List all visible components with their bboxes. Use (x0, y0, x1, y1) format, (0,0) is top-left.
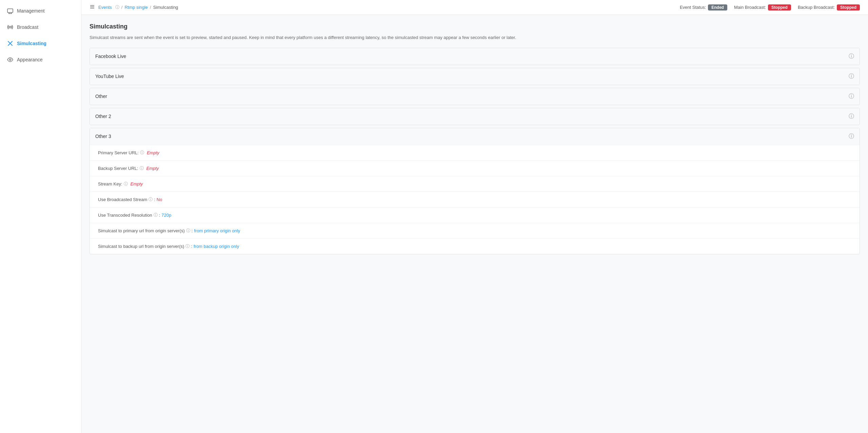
panel-other2: Other 2 ⓘ (90, 108, 860, 125)
panel-other-header[interactable]: Other ⓘ (90, 88, 860, 105)
sidebar-item-management[interactable]: Management (0, 3, 81, 19)
main-broadcast-badge: Stopped (768, 4, 791, 11)
sidebar-item-simulcasting[interactable]: Simulcasting (0, 35, 81, 52)
row-primary-server-url: Primary Server URL: ⓘ Empty (90, 145, 860, 160)
svg-rect-0 (7, 9, 13, 13)
transcoded-resolution-info-icon[interactable]: ⓘ (154, 212, 158, 218)
backup-server-url-label: Backup Server URL: (98, 166, 138, 171)
simulcast-primary-info-icon[interactable]: ⓘ (186, 228, 190, 234)
content-area: Simulcasting Simulcast streams are sent … (81, 15, 868, 265)
use-broadcasted-info-icon[interactable]: ⓘ (149, 197, 153, 202)
primary-server-url-label: Primary Server URL: (98, 150, 139, 155)
sidebar-item-simulcasting-label: Simulcasting (17, 41, 46, 46)
panel-other3-body: Primary Server URL: ⓘ Empty Backup Serve… (90, 145, 860, 254)
use-broadcasted-value: No (157, 197, 162, 202)
stream-key-value: Empty (131, 181, 143, 186)
panel-other3-title: Other 3 (95, 134, 111, 139)
main-content: Events ⓘ / Rtmp single / Simulcasting Ev… (81, 0, 868, 433)
simulcast-primary-value: from primary origin only (194, 228, 240, 233)
simulcast-backup-info-icon[interactable]: ⓘ (185, 243, 190, 249)
use-broadcasted-label: Use Broadcasted Stream (98, 197, 147, 202)
event-status-badge: Ended (708, 4, 727, 11)
row-transcoded-resolution: Use Transcoded Resolution ⓘ : 720p (90, 207, 860, 223)
simulcast-backup-label: Simulcast to backup url from origin serv… (98, 244, 184, 249)
simulcast-primary-colon: : (192, 228, 193, 233)
panel-youtube-info-icon[interactable]: ⓘ (849, 73, 854, 80)
main-broadcast-group: Main Broadcast: Stopped (734, 4, 791, 11)
transcoded-resolution-label: Use Transcoded Resolution (98, 213, 152, 218)
panel-other3-info-icon[interactable]: ⓘ (849, 133, 854, 140)
stream-key-label: Stream Key: (98, 181, 122, 186)
row-use-broadcasted: Use Broadcasted Stream ⓘ : No (90, 192, 860, 207)
breadcrumb-sep1: / (121, 5, 123, 10)
breadcrumb-sep2: / (150, 5, 151, 10)
breadcrumb-rtmp[interactable]: Rtmp single (124, 5, 148, 10)
panel-other2-info-icon[interactable]: ⓘ (849, 113, 854, 120)
panel-facebook-title: Facebook Live (95, 54, 126, 59)
backup-broadcast-label: Backup Broadcast: (798, 5, 835, 10)
breadcrumb: Events ⓘ / Rtmp single / Simulcasting (90, 4, 178, 11)
panel-facebook: Facebook Live ⓘ (90, 48, 860, 65)
panel-other2-title: Other 2 (95, 114, 111, 119)
panel-youtube-header[interactable]: YouTube Live ⓘ (90, 68, 860, 85)
backup-broadcast-badge: Stopped (837, 4, 860, 11)
event-status-label: Event Status: (680, 5, 706, 10)
breadcrumb-events[interactable]: Events (98, 5, 112, 10)
row-backup-server-url: Backup Server URL: ⓘ Empty (90, 160, 860, 176)
panel-other-title: Other (95, 94, 107, 99)
panel-other: Other ⓘ (90, 88, 860, 105)
panel-other2-header[interactable]: Other 2 ⓘ (90, 108, 860, 125)
sidebar-item-broadcast[interactable]: Broadcast (0, 19, 81, 35)
main-broadcast-label: Main Broadcast: (734, 5, 766, 10)
simulcast-backup-colon: : (191, 244, 192, 249)
page-title: Simulcasting (90, 23, 860, 30)
sidebar: Management Broadcast Simulcasting (0, 0, 81, 433)
event-status-group: Event Status: Ended (680, 4, 727, 11)
sidebar-item-appearance[interactable]: Appearance (0, 52, 81, 68)
row-simulcast-backup: Simulcast to backup url from origin serv… (90, 238, 860, 254)
sidebar-item-management-label: Management (17, 8, 45, 14)
backup-server-url-info-icon[interactable]: ⓘ (140, 165, 144, 171)
svg-point-7 (9, 59, 11, 61)
use-broadcasted-colon: : (154, 197, 155, 202)
transcoded-resolution-colon: : (159, 213, 160, 218)
top-bar: Events ⓘ / Rtmp single / Simulcasting Ev… (81, 0, 868, 15)
transcoded-resolution-value: 720p (161, 213, 171, 218)
backup-broadcast-group: Backup Broadcast: Stopped (798, 4, 860, 11)
panel-youtube: YouTube Live ⓘ (90, 68, 860, 85)
breadcrumb-events-info[interactable]: ⓘ (115, 4, 119, 10)
simulcast-primary-label: Simulcast to primary url from origin ser… (98, 228, 185, 233)
panel-other3-header[interactable]: Other 3 ⓘ (90, 128, 860, 145)
page-description: Simulcast streams are sent when the even… (90, 34, 860, 41)
panel-other3: Other 3 ⓘ Primary Server URL: ⓘ Empty Ba… (90, 128, 860, 254)
simulcast-icon (7, 40, 14, 47)
simulcast-backup-value: from backup origin only (194, 244, 239, 249)
panel-facebook-info-icon[interactable]: ⓘ (849, 53, 854, 60)
broadcast-icon (7, 24, 14, 31)
tv-icon (7, 7, 14, 14)
sidebar-item-appearance-label: Appearance (17, 57, 43, 62)
list-icon (90, 4, 95, 11)
backup-server-url-value: Empty (146, 166, 159, 171)
row-simulcast-primary: Simulcast to primary url from origin ser… (90, 223, 860, 238)
panel-other-info-icon[interactable]: ⓘ (849, 93, 854, 100)
panel-facebook-header[interactable]: Facebook Live ⓘ (90, 48, 860, 65)
eye-icon (7, 56, 14, 63)
sidebar-item-broadcast-label: Broadcast (17, 24, 38, 30)
primary-server-url-info-icon[interactable]: ⓘ (140, 150, 144, 156)
row-stream-key: Stream Key: ⓘ Empty (90, 176, 860, 192)
status-bar: Event Status: Ended Main Broadcast: Stop… (680, 4, 860, 11)
stream-key-info-icon[interactable]: ⓘ (124, 181, 128, 187)
primary-server-url-value: Empty (147, 150, 159, 155)
panel-youtube-title: YouTube Live (95, 74, 124, 79)
svg-point-4 (9, 26, 11, 28)
breadcrumb-current: Simulcasting (153, 5, 178, 10)
